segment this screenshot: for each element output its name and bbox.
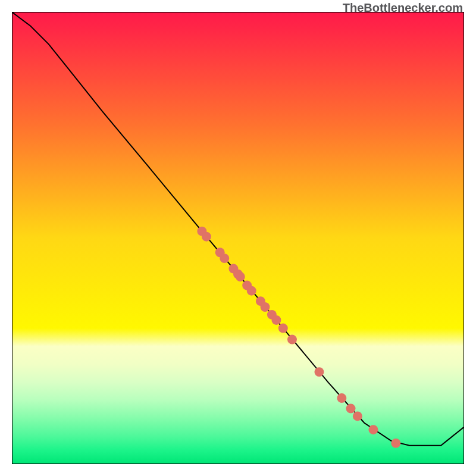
data-point — [346, 404, 356, 414]
data-point — [202, 232, 211, 242]
curve-layer — [12, 12, 464, 464]
data-point — [236, 272, 245, 281]
data-point — [337, 393, 346, 403]
data-point — [368, 425, 378, 434]
data-point — [220, 253, 229, 263]
data-point — [391, 439, 400, 448]
data-point — [271, 315, 281, 325]
chart-container: TheBottlenecker.com — [0, 0, 476, 476]
bottleneck-curve — [12, 12, 464, 446]
plot-area — [12, 12, 464, 464]
data-point — [314, 367, 324, 377]
data-point — [353, 411, 362, 421]
data-point — [247, 286, 256, 296]
data-point — [287, 335, 297, 345]
data-point — [261, 302, 270, 312]
watermark-text: TheBottlenecker.com — [343, 1, 463, 15]
data-points — [197, 227, 400, 448]
data-point — [278, 324, 288, 333]
